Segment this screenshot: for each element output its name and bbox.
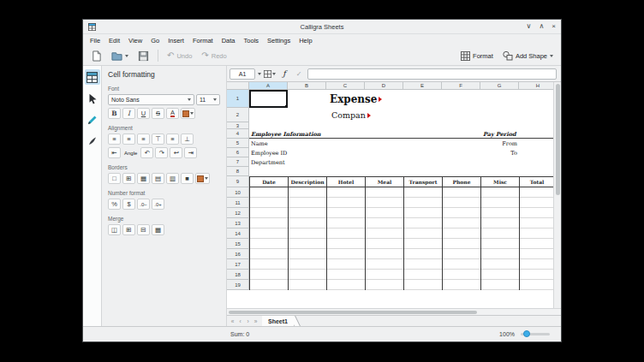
align-middle-button[interactable]: ≡ (166, 134, 179, 145)
calligraphy-tool-button[interactable] (85, 134, 100, 149)
save-button[interactable] (134, 48, 152, 63)
border-inner-button[interactable]: ▦ (137, 173, 150, 184)
border-horizontal-button[interactable]: ▤ (152, 173, 164, 184)
border-color-button[interactable] (195, 173, 210, 184)
row-header-8[interactable]: 8 (227, 167, 249, 176)
selection-list-button[interactable] (264, 68, 276, 80)
align-right-button[interactable]: ≡ (137, 134, 150, 145)
column-header-h[interactable]: H (519, 82, 553, 90)
last-sheet-button[interactable]: » (252, 316, 259, 326)
menu-format[interactable]: Format (188, 37, 218, 45)
menu-edit[interactable]: Edit (104, 37, 124, 45)
apply-button[interactable]: ✓ (293, 68, 305, 80)
open-document-button[interactable] (108, 48, 132, 63)
font-color-button[interactable]: A (166, 108, 179, 119)
vertical-scrollbar[interactable] (553, 82, 561, 308)
first-sheet-button[interactable]: « (229, 316, 236, 326)
formula-button[interactable]: ƒ (278, 68, 290, 80)
menu-go[interactable]: Go (146, 37, 164, 45)
align-center-button[interactable]: ≡ (122, 134, 135, 145)
row-header-6[interactable]: 6 (227, 148, 249, 157)
formula-input[interactable] (307, 68, 557, 80)
row-header-2[interactable]: 2 (227, 108, 249, 122)
percent-format-button[interactable]: % (108, 199, 121, 210)
zoom-slider[interactable] (521, 333, 550, 335)
rotate-ccw-button[interactable]: ↶ (140, 147, 153, 158)
undo-button[interactable]: ↶ Undo (164, 48, 195, 63)
row-header-3[interactable]: 3 (227, 122, 249, 129)
titlebar[interactable]: Calligra Sheets ∨ ∧ × (83, 20, 561, 34)
money-format-button[interactable]: $ (122, 199, 135, 210)
merge-cells-button[interactable]: ◫ (108, 224, 121, 235)
increase-precision-button[interactable]: .0+ (152, 199, 164, 210)
menu-settings[interactable]: Settings (263, 37, 295, 45)
column-header-f[interactable]: F (442, 82, 480, 90)
border-outline-button[interactable]: ■ (181, 173, 194, 184)
column-header-c[interactable]: C (326, 82, 365, 90)
strikethrough-button[interactable]: S (152, 108, 164, 119)
menu-help[interactable]: Help (295, 37, 316, 45)
font-size-combo[interactable]: 11 (196, 94, 220, 105)
align-top-button[interactable]: ⊤ (152, 134, 164, 145)
underline-button[interactable]: U (137, 108, 150, 119)
column-header-d[interactable]: D (365, 82, 403, 90)
row-header-5[interactable]: 5 (227, 139, 249, 148)
column-header-b[interactable]: B (288, 82, 326, 90)
cell-reference-box[interactable]: A1 (230, 68, 255, 80)
decrease-indent-button[interactable]: ⇤ (108, 147, 121, 158)
font-family-combo[interactable]: Noto Sans (108, 94, 194, 105)
row-header-9[interactable]: 9 (227, 176, 249, 187)
column-header-g[interactable]: G (480, 82, 519, 90)
horizontal-scrollbar-thumb[interactable] (229, 311, 477, 315)
align-left-button[interactable]: ≡ (108, 134, 121, 145)
row-header-7[interactable]: 7 (227, 157, 249, 167)
merge-vertical-button[interactable]: ⊟ (137, 224, 150, 235)
add-shape-button[interactable]: Add Shape (499, 48, 557, 63)
menu-file[interactable]: File (86, 37, 104, 45)
merge-horizontal-button[interactable]: ⊞ (122, 224, 135, 235)
menu-data[interactable]: Data (218, 37, 240, 45)
selection-tool-button[interactable] (85, 91, 100, 106)
bold-button[interactable]: B (108, 108, 121, 119)
vertical-scrollbar-thumb[interactable] (556, 84, 560, 195)
row-header-11[interactable]: 11 (227, 198, 249, 208)
next-sheet-button[interactable]: › (244, 316, 252, 326)
border-vertical-button[interactable]: ▥ (166, 173, 179, 184)
rotate-cw-button[interactable]: ↷ (155, 147, 168, 158)
row-header-18[interactable]: 18 (227, 270, 249, 280)
row-header-19[interactable]: 19 (227, 280, 249, 290)
menu-insert[interactable]: Insert (164, 37, 188, 45)
cell-reference-caret-icon[interactable] (258, 73, 261, 75)
minimize-button[interactable]: ∨ (527, 23, 532, 30)
fill-color-button[interactable] (181, 108, 195, 119)
close-button[interactable]: × (552, 23, 556, 30)
redo-button[interactable]: ↷ Redo (198, 48, 230, 63)
column-header-e[interactable]: E (403, 82, 442, 90)
menu-view[interactable]: View (124, 37, 146, 45)
row-header-12[interactable]: 12 (227, 208, 249, 218)
wrap-text-button[interactable]: ↩ (170, 147, 182, 158)
dissociate-cells-button[interactable]: ▦ (152, 224, 164, 235)
row-header-16[interactable]: 16 (227, 249, 249, 259)
selection-handle[interactable] (285, 105, 288, 108)
align-bottom-button[interactable]: ⊥ (181, 134, 194, 145)
cell-tool-button[interactable] (85, 69, 100, 85)
row-header-4[interactable]: 4 (227, 129, 249, 139)
increase-indent-button[interactable]: ⇥ (184, 147, 197, 158)
row-header-17[interactable]: 17 (227, 259, 249, 270)
previous-sheet-button[interactable]: ‹ (236, 316, 244, 326)
row-header-1[interactable]: 1 (227, 90, 249, 108)
pencil-tool-button[interactable] (85, 112, 100, 128)
active-cell-selection[interactable] (249, 90, 288, 108)
maximize-button[interactable]: ∧ (539, 23, 544, 30)
zoom-slider-thumb[interactable] (523, 330, 530, 337)
row-header-15[interactable]: 15 (227, 239, 249, 249)
menu-tools[interactable]: Tools (240, 37, 264, 45)
new-document-button[interactable] (87, 48, 105, 63)
border-all-button[interactable]: ⊞ (122, 173, 135, 184)
horizontal-scrollbar[interactable] (227, 308, 561, 315)
cells-area[interactable]: Expense Compan Employee Information Pay … (249, 90, 553, 290)
italic-button[interactable]: I (122, 108, 135, 119)
format-button[interactable]: Format (457, 48, 497, 63)
border-none-button[interactable]: □ (108, 173, 121, 184)
